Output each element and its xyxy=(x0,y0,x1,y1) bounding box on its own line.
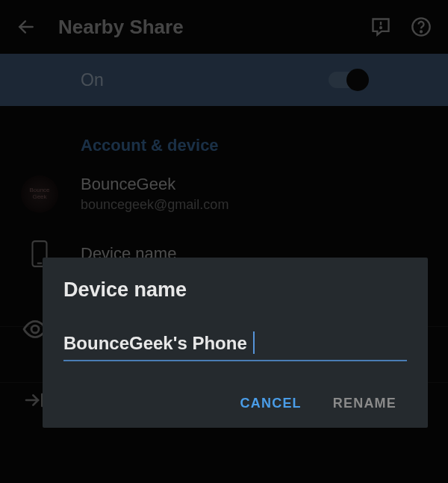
device-name-dialog: Device name CANCEL RENAME xyxy=(43,258,428,428)
dialog-input-wrap xyxy=(63,333,407,361)
device-name-input[interactable] xyxy=(63,333,407,361)
cancel-button[interactable]: CANCEL xyxy=(240,396,302,411)
dialog-actions: CANCEL RENAME xyxy=(63,396,407,417)
text-cursor xyxy=(253,331,255,354)
dialog-title: Device name xyxy=(63,278,407,302)
rename-button[interactable]: RENAME xyxy=(333,396,396,411)
